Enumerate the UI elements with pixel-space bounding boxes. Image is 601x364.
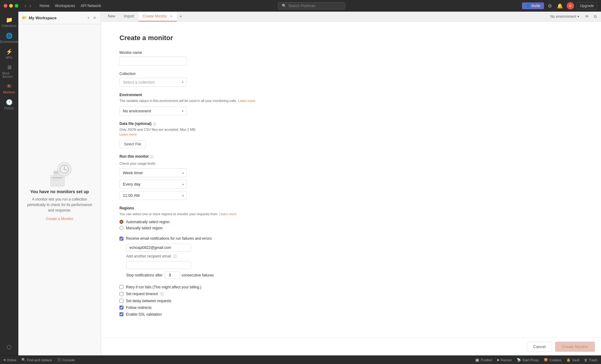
nav-home-link[interactable]: Home: [37, 2, 52, 9]
add-recipient-input[interactable]: [126, 261, 191, 269]
search-bar[interactable]: 🔍 Search Postman: [278, 2, 345, 9]
sidebar-item-environments[interactable]: 🌐 Environments: [1, 30, 17, 46]
regions-learn-more[interactable]: Learn more: [219, 212, 236, 216]
runner-item[interactable]: ▶ Runner: [497, 358, 512, 362]
online-status[interactable]: Online: [4, 358, 17, 362]
cancel-button[interactable]: Cancel: [527, 342, 552, 352]
invite-button[interactable]: 👤 Invite: [522, 2, 544, 9]
sidebar-item-mock-servers[interactable]: 🖥 Mock Servers: [1, 62, 17, 81]
tab-import[interactable]: Import: [119, 12, 138, 21]
sidebar-item-monitors[interactable]: 👁 Monitors: [1, 81, 17, 96]
retry-checkbox[interactable]: [119, 285, 123, 289]
trash-item[interactable]: 🗑 Trash: [584, 358, 597, 362]
delay-checkbox[interactable]: [119, 299, 123, 303]
tab-create-monitor[interactable]: Create Monitor ✕: [138, 12, 177, 21]
create-monitor-form: Create a monitor Monitor name Collection…: [101, 22, 346, 335]
notifications-checkbox-item[interactable]: Receive email notifications for run fail…: [119, 236, 328, 241]
minimize-button[interactable]: [9, 4, 13, 8]
vault-item[interactable]: 🔒 Vault: [566, 358, 579, 362]
tab-env: No environment ▾ 👁 ⚙: [548, 13, 599, 20]
data-file-learn-more[interactable]: Learn more: [119, 133, 137, 136]
avatar[interactable]: U: [567, 2, 574, 9]
postbot-item[interactable]: 🤖 Postbot: [475, 358, 492, 362]
retry-label[interactable]: Retry if run fails (This might affect yo…: [126, 285, 202, 289]
retry-option-row: Retry if run fails (This might affect yo…: [119, 285, 328, 289]
sidebar-item-mock-servers-label: Mock Servers: [2, 72, 16, 78]
nav-back-button[interactable]: ‹: [23, 3, 27, 9]
workspace-folder-icon: 📂: [22, 16, 27, 20]
environment-desc: The variable values in this environment …: [119, 98, 328, 103]
find-replace-item[interactable]: 🔍 Find and replace: [21, 358, 52, 362]
environment-selector[interactable]: No environment ▾: [548, 13, 582, 20]
stop-notif-input[interactable]: [164, 272, 180, 279]
timeout-info-icon[interactable]: ⓘ: [160, 292, 164, 296]
find-replace-icon: 🔍: [21, 358, 26, 362]
upgrade-button[interactable]: Upgrade: [576, 2, 597, 9]
tab-new[interactable]: New: [104, 12, 119, 21]
auto-region-radio[interactable]: [119, 220, 123, 224]
nav-forward-button[interactable]: ›: [28, 3, 32, 9]
week-timer-select[interactable]: Week timer: [119, 168, 187, 177]
nav-api-network-link[interactable]: API Network: [78, 2, 104, 9]
settings-env-icon[interactable]: ⚙: [592, 13, 599, 20]
data-file-info-icon[interactable]: ⓘ: [153, 122, 156, 126]
add-recipient-info-icon[interactable]: ⓘ: [173, 254, 177, 259]
sidebar-item-apis[interactable]: ⚡ APIs: [1, 46, 17, 62]
every-day-select[interactable]: Every day: [119, 180, 187, 189]
left-panel: 📂 My Workspace + ≡: [18, 12, 101, 355]
manual-region-radio[interactable]: [119, 226, 123, 230]
auto-region-label: Automatically select region: [126, 220, 170, 224]
tab-close-icon[interactable]: ✕: [170, 15, 172, 18]
filter-button[interactable]: ≡: [92, 15, 97, 21]
collection-selector[interactable]: Select a collection ▾: [119, 78, 187, 87]
redirects-label[interactable]: Follow redirects: [126, 306, 152, 310]
ssl-label[interactable]: Enable SSL validation: [126, 312, 162, 317]
run-monitor-label: Run this monitor: [119, 154, 149, 159]
sidebar-item-collections-label: Collections: [2, 24, 17, 28]
maximize-button[interactable]: [15, 4, 18, 8]
environment-section-title: Environment: [119, 93, 328, 97]
manual-region-option[interactable]: Manually select region: [119, 226, 328, 230]
redirects-checkbox[interactable]: [119, 306, 123, 310]
sidebar-item-flows[interactable]: ⬡: [1, 341, 17, 353]
add-recipient-label: Add another recipient email: [126, 254, 171, 258]
close-button[interactable]: [4, 4, 7, 8]
nav-arrows: ‹ ›: [23, 3, 32, 9]
delay-label[interactable]: Set delay between requests: [126, 299, 171, 303]
sidebar-item-apis-label: APIs: [6, 56, 12, 59]
monitor-name-input[interactable]: [119, 57, 187, 66]
timeout-checkbox[interactable]: [119, 292, 123, 296]
notification-button[interactable]: 🔔: [556, 2, 564, 10]
environment-learn-more[interactable]: Learn more: [238, 99, 255, 103]
tab-new-label: New: [108, 14, 115, 18]
time-select[interactable]: 11:00 AM: [119, 191, 187, 200]
environment-value-selector[interactable]: No environment ▾: [119, 107, 187, 115]
online-dot: [4, 359, 6, 361]
form-title: Create a monitor: [119, 34, 328, 42]
start-proxy-item[interactable]: 📡 Start Proxy: [517, 358, 539, 362]
console-item[interactable]: ⬛ Console: [57, 358, 75, 362]
nav-workspaces-link[interactable]: Workspaces: [52, 2, 77, 9]
ssl-checkbox[interactable]: [119, 312, 123, 316]
add-tab-button[interactable]: +: [177, 13, 184, 21]
create-monitor-button[interactable]: Create Monitor: [555, 342, 595, 352]
svg-point-7: [64, 169, 65, 170]
collection-label: Collection: [119, 72, 328, 76]
email-input[interactable]: [126, 244, 191, 252]
select-file-button[interactable]: Select File: [119, 140, 146, 148]
cookies-item[interactable]: 🍪 Cookies: [544, 358, 561, 362]
find-replace-label: Find and replace: [27, 358, 52, 362]
timeout-label[interactable]: Set request timeout ⓘ: [126, 292, 164, 296]
sidebar-item-history[interactable]: 🕐 History: [1, 96, 17, 112]
run-monitor-info-icon[interactable]: ⓘ: [150, 155, 153, 159]
eye-icon[interactable]: 👁: [584, 13, 590, 20]
sidebar-item-collections[interactable]: 📁 Collections: [1, 14, 17, 30]
bottom-actions: Cancel Create Monitor: [101, 338, 601, 355]
auto-region-option[interactable]: Automatically select region: [119, 220, 328, 224]
add-monitor-button[interactable]: +: [86, 15, 91, 21]
notifications-checkbox[interactable]: [119, 237, 123, 241]
settings-button[interactable]: ⚙: [546, 2, 553, 10]
sidebar-item-monitors-label: Monitors: [3, 91, 15, 94]
data-file-header: Data file (optional) ⓘ: [119, 122, 328, 127]
create-monitor-link[interactable]: Create a Monitor: [46, 217, 73, 221]
